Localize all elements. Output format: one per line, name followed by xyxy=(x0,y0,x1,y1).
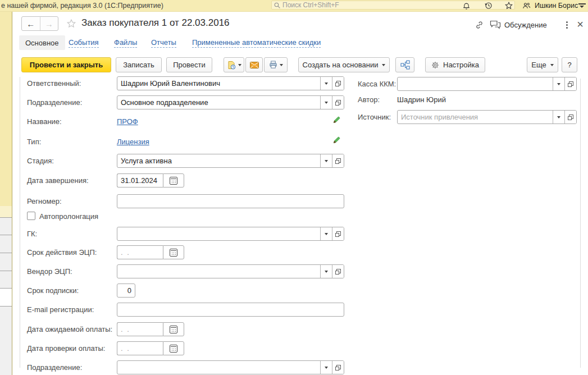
service-menu-icon[interactable] xyxy=(576,1,587,11)
history-icon[interactable] xyxy=(483,1,494,11)
department-field[interactable] xyxy=(117,95,344,109)
help-button[interactable]: ? xyxy=(562,57,577,72)
end-date-field[interactable] xyxy=(117,173,184,188)
favorites-star-icon[interactable] xyxy=(503,1,514,11)
stage-input[interactable] xyxy=(117,154,320,167)
report-structure-button[interactable] xyxy=(395,57,414,72)
stage-field[interactable] xyxy=(117,154,344,168)
dropdown-button[interactable] xyxy=(320,96,332,109)
subscription-term-input[interactable] xyxy=(117,283,135,298)
send-email-button[interactable] xyxy=(245,57,263,72)
form-right-divider xyxy=(580,79,581,368)
users-icon[interactable] xyxy=(521,1,532,11)
forward-button[interactable] xyxy=(40,17,58,30)
dropdown-arrow-icon xyxy=(557,83,560,85)
dropdown-button[interactable] xyxy=(320,154,332,167)
responsible-field[interactable] xyxy=(117,76,344,90)
current-user[interactable]: Ишкин Борис xyxy=(535,2,578,10)
discussion-chat-icon[interactable] xyxy=(490,20,501,31)
department-input[interactable] xyxy=(117,96,320,109)
tab-main[interactable]: Основное xyxy=(19,35,65,50)
field-label-payment-check-date: Дата проверки оплаты: xyxy=(27,344,105,353)
tab-files[interactable]: Файлы xyxy=(114,35,137,50)
calendar-button[interactable] xyxy=(163,341,184,355)
dropdown-button[interactable] xyxy=(320,361,332,374)
open-button[interactable] xyxy=(564,111,576,124)
open-icon xyxy=(335,231,341,237)
field-label-author: Автор: xyxy=(358,95,380,104)
create-based-on-button[interactable]: Создать на основании xyxy=(298,57,390,72)
signature-validity-input[interactable] xyxy=(117,245,163,259)
more-button[interactable]: Еще xyxy=(527,57,558,72)
close-icon[interactable] xyxy=(574,17,586,31)
gk-input[interactable] xyxy=(117,227,320,240)
dropdown-button[interactable] xyxy=(320,227,332,240)
calendar-button[interactable] xyxy=(163,245,184,259)
settings-button[interactable]: Настройка xyxy=(425,57,485,72)
payment-check-date-field[interactable] xyxy=(117,341,184,355)
edit-pencil-icon[interactable] xyxy=(332,136,341,145)
dropdown-button[interactable] xyxy=(320,77,332,90)
open-icon xyxy=(335,365,341,371)
field-label-kkm: Касса ККМ: xyxy=(358,80,396,88)
type-link[interactable]: Лицензия xyxy=(117,138,149,146)
dropdown-arrow-icon xyxy=(325,233,328,235)
kkm-input[interactable] xyxy=(398,77,553,90)
link-icon[interactable] xyxy=(475,20,484,32)
dropdown-arrow-icon xyxy=(280,64,283,66)
end-date-input[interactable] xyxy=(117,173,163,188)
gk-field[interactable] xyxy=(117,227,344,241)
tab-events[interactable]: События xyxy=(69,35,99,50)
open-button[interactable] xyxy=(332,265,344,278)
write-button[interactable]: Записать xyxy=(116,57,162,72)
signature-validity-field[interactable] xyxy=(117,245,184,259)
calendar-button[interactable] xyxy=(163,322,184,336)
signature-vendor-input[interactable] xyxy=(117,265,320,278)
registration-email-input[interactable] xyxy=(117,303,344,317)
open-button[interactable] xyxy=(564,77,576,90)
open-button[interactable] xyxy=(332,154,344,167)
kkm-field[interactable] xyxy=(397,77,577,91)
responsible-input[interactable] xyxy=(117,77,320,90)
department2-field[interactable] xyxy=(117,360,344,374)
background-panel-strip xyxy=(0,11,12,206)
dropdown-button[interactable] xyxy=(553,77,564,90)
post-and-close-button[interactable]: Провести и закрыть xyxy=(21,57,111,72)
edit-pencil-icon[interactable] xyxy=(332,116,341,125)
tab-auto-discounts[interactable]: Примененные автоматические скидки xyxy=(192,35,321,50)
global-search-input[interactable]: Поиск Ctrl+Shift+F xyxy=(271,1,515,10)
regnumber-input[interactable] xyxy=(117,194,344,208)
field-label-department: Подразделение: xyxy=(27,98,82,107)
expected-payment-date-field[interactable] xyxy=(117,322,184,336)
autoprolongation-checkbox[interactable] xyxy=(27,212,35,220)
notifications-bell-icon[interactable] xyxy=(461,1,472,11)
expected-payment-date-input[interactable] xyxy=(117,322,163,336)
signature-vendor-field[interactable] xyxy=(117,264,344,278)
calendar-icon xyxy=(170,249,177,257)
tab-reports[interactable]: Отчеты xyxy=(151,35,176,50)
kebab-menu-icon[interactable] xyxy=(563,19,571,30)
dropdown-arrow-icon xyxy=(557,116,560,118)
dropdown-button[interactable] xyxy=(320,265,332,278)
back-button[interactable] xyxy=(22,17,40,30)
calendar-button[interactable] xyxy=(163,173,184,188)
payment-check-date-input[interactable] xyxy=(117,341,163,355)
open-button[interactable] xyxy=(332,227,344,240)
checkbox-label-autoprolongation[interactable]: Автопролонгация xyxy=(39,212,98,221)
open-button[interactable] xyxy=(332,361,344,374)
name-link[interactable]: ПРОФ xyxy=(117,117,138,126)
source-field[interactable] xyxy=(397,110,577,124)
post-document-clock-icon xyxy=(227,61,236,70)
department2-input[interactable] xyxy=(117,361,320,374)
print-menu-button[interactable] xyxy=(264,57,288,72)
dropdown-button[interactable] xyxy=(553,111,564,124)
open-button[interactable] xyxy=(332,96,344,109)
discussion-button[interactable]: Обсуждение xyxy=(504,21,547,29)
report-structure-icon xyxy=(400,60,410,70)
favorite-star-icon[interactable] xyxy=(66,19,76,31)
button-label: Еще xyxy=(531,61,546,69)
source-input[interactable] xyxy=(398,111,553,124)
post-button[interactable]: Провести xyxy=(166,57,212,72)
open-button[interactable] xyxy=(332,77,344,90)
post-document-menu-button[interactable] xyxy=(224,57,244,72)
